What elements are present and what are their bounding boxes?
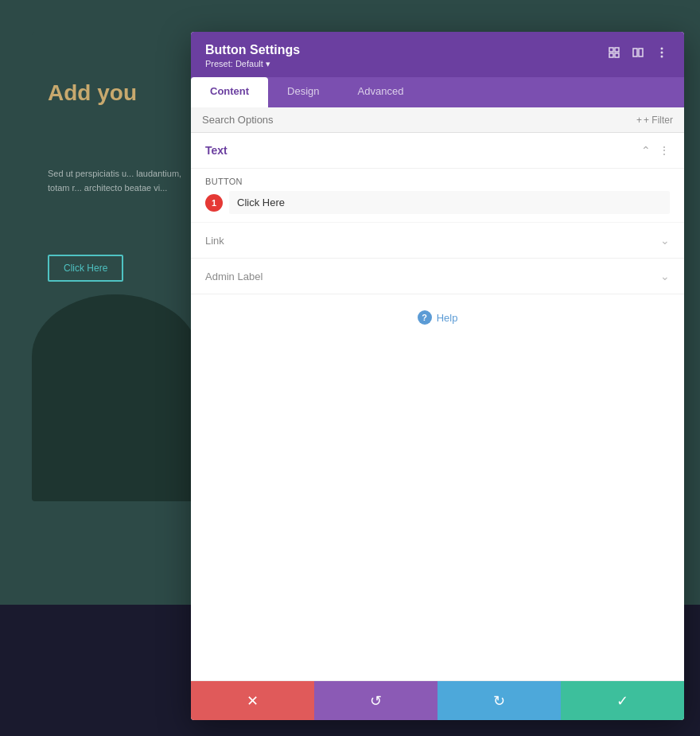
search-input[interactable] — [202, 114, 636, 126]
more-icon[interactable] — [654, 45, 670, 60]
bg-image — [32, 294, 199, 501]
bg-content: Add you Sed ut perspiciatis u... laudant… — [32, 32, 199, 501]
tab-content[interactable]: Content — [191, 77, 268, 107]
button-field-label: Button — [205, 177, 670, 186]
link-collapsible[interactable]: Link ⌄ — [191, 223, 684, 259]
link-chevron-icon: ⌄ — [660, 234, 670, 247]
modal-header: Button Settings Preset: Default ▾ — [191, 32, 684, 77]
admin-label-collapsible[interactable]: Admin Label ⌄ — [191, 259, 684, 294]
tab-advanced[interactable]: Advanced — [339, 77, 423, 107]
section-icons: ⌃ ⋮ — [641, 144, 670, 157]
text-section-title: Text — [205, 144, 228, 157]
tab-design[interactable]: Design — [268, 77, 338, 107]
button-field-row: Button 1 — [191, 169, 684, 223]
modal-footer: ✕ ↺ ↻ ✓ — [191, 680, 684, 720]
button-text-input[interactable] — [229, 191, 670, 214]
button-settings-modal: Button Settings Preset: Default ▾ — [191, 32, 684, 720]
modal-header-icons — [606, 45, 670, 60]
svg-rect-5 — [639, 49, 643, 56]
modal-header-left: Button Settings Preset: Default ▾ — [205, 43, 300, 69]
button-field-input-row: 1 — [205, 191, 670, 214]
text-section-header: Text ⌃ ⋮ — [191, 133, 684, 169]
svg-rect-0 — [609, 48, 613, 52]
svg-point-8 — [661, 56, 663, 58]
help-row[interactable]: ? Help — [191, 294, 684, 341]
svg-point-7 — [661, 52, 663, 54]
help-label: Help — [437, 312, 458, 324]
badge-number: 1 — [205, 194, 223, 212]
save-button[interactable]: ✓ — [561, 681, 684, 720]
svg-rect-2 — [609, 53, 613, 57]
svg-point-6 — [661, 48, 663, 50]
filter-button[interactable]: + + Filter — [636, 115, 673, 126]
help-icon: ? — [418, 310, 432, 325]
collapse-icon[interactable]: ⌃ — [641, 144, 651, 157]
admin-label-label: Admin Label — [205, 271, 262, 282]
undo-button[interactable]: ↺ — [314, 681, 438, 720]
redo-button[interactable]: ↻ — [438, 681, 561, 720]
modal-body: Text ⌃ ⋮ Button 1 Link ⌄ Admin Label ⌄ — [191, 133, 684, 680]
bg-text: Sed ut perspiciatis u... laudantium, tot… — [48, 167, 183, 195]
filter-plus-icon: + — [636, 115, 642, 126]
link-label: Link — [205, 235, 224, 247]
cancel-button[interactable]: ✕ — [191, 681, 314, 720]
svg-rect-1 — [615, 48, 619, 52]
svg-rect-4 — [633, 49, 637, 56]
bg-heading: Add you — [48, 80, 137, 107]
search-bar: + + Filter — [191, 107, 684, 133]
section-more-icon[interactable]: ⋮ — [659, 144, 670, 157]
bg-click-here-button[interactable]: Click Here — [48, 255, 123, 282]
modal-title: Button Settings — [205, 43, 300, 57]
admin-label-chevron-icon: ⌄ — [660, 270, 670, 282]
svg-rect-3 — [615, 53, 619, 57]
modal-preset: Preset: Default ▾ — [205, 59, 300, 69]
columns-icon[interactable] — [630, 45, 646, 60]
tabs: Content Design Advanced — [191, 77, 684, 107]
expand-icon[interactable] — [606, 45, 622, 60]
